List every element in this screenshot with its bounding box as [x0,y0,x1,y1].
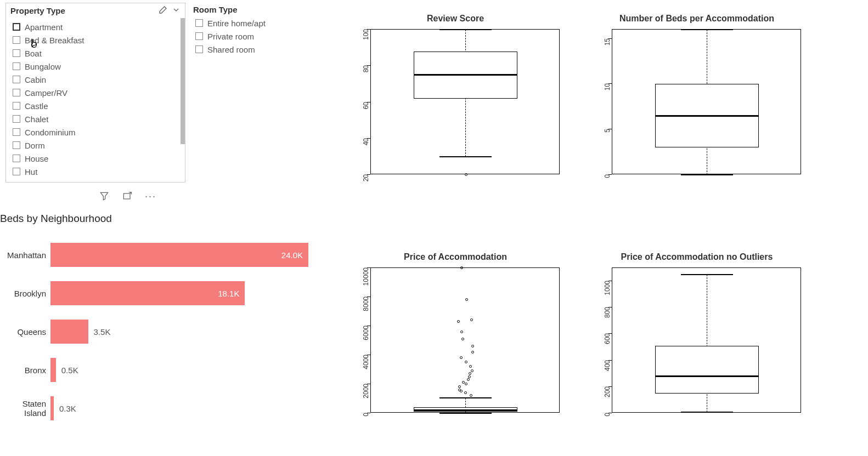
checkbox[interactable] [13,89,20,96]
slicer-item-label: Apartment [25,22,63,32]
checkbox[interactable] [195,32,203,40]
whisker-cap [681,412,733,413]
checkbox[interactable] [195,45,203,53]
bar-row: Bronx0.5K [0,351,318,389]
slicer-title: Room Type [193,3,325,16]
checkbox[interactable] [13,102,20,110]
y-tick-label: 100 [362,29,370,40]
slicer-item-label: Private room [207,32,254,41]
scrollbar[interactable] [181,18,185,144]
checkbox[interactable] [13,155,20,162]
slicer-item[interactable]: Dorm [10,139,181,152]
bar-fill[interactable]: 24.0K [50,243,308,267]
y-tick-label: 40 [362,138,370,145]
boxplot-frame [612,29,801,174]
boxplot-title: Review Score [346,14,565,24]
boxplot-price_of_accommodation: Price of Accommodation020004000600080001… [346,252,565,413]
bar-chart-beds-by-neighbourhood: Manhattan24.0KBrooklyn18.1KQueens3.5KBro… [0,236,318,428]
outlier-point [461,338,464,340]
slicer-item[interactable]: Camper/RV [10,86,181,99]
y-tick-label: 5 [604,129,611,133]
median-line [414,74,518,76]
slicer-item[interactable]: House [10,152,181,165]
boxplot-frame [612,267,801,413]
bar-row: Manhattan24.0K [0,236,318,274]
slicer-body[interactable]: ApartmentBed & BreakfastBoatBungalowCabi… [6,18,185,180]
bar-fill[interactable]: 0.5K [50,358,56,382]
slicer-item[interactable]: Hut [10,165,181,178]
slicer-item[interactable]: Bungalow [10,60,181,73]
y-tick-label: 6000 [362,326,370,340]
boxplot-review_score: Review Score20406080100 [346,14,565,174]
y-tick-label: 0 [362,413,370,417]
slicer-item-label: Bed & Breakfast [25,36,84,45]
focus-mode-icon[interactable] [122,191,133,204]
y-tick-label: 2000 [362,384,370,398]
outlier-point [471,369,474,372]
checkbox[interactable] [13,128,20,136]
slicer-item[interactable]: Condominium [10,126,181,139]
checkbox[interactable] [13,115,20,123]
checkbox[interactable] [13,62,20,70]
outlier-point [465,361,467,363]
slicer-item[interactable]: Lighthouse [10,178,181,180]
slicer-item[interactable]: Entire home/apt [193,16,325,30]
y-tick-label: 60 [362,102,370,109]
slicer-item-label: Camper/RV [25,88,67,98]
whisker-cap [681,29,733,30]
slicer-title: Property Type [10,6,65,15]
checkbox[interactable] [13,49,20,57]
outlier-point [467,378,470,381]
slicer-item[interactable]: Shared room [193,43,325,56]
bar-fill[interactable]: 18.1K [50,281,245,305]
filter-icon[interactable] [99,191,110,204]
slicer-item-label: House [25,154,48,163]
slicer-item-label: Chalet [25,115,48,124]
whisker-cap [681,174,733,175]
slicer-item[interactable]: Private room [193,30,325,43]
bar-category-label: Brooklyn [0,289,50,298]
slicer-body[interactable]: Entire home/aptPrivate roomShared room [193,16,325,56]
bar-fill[interactable]: 0.3K [50,396,54,420]
chevron-down-icon[interactable] [172,5,181,16]
slicer-item-label: Lighthouse [25,180,65,181]
outlier-point [460,356,463,359]
slicer-item-label: Hut [25,167,37,176]
y-tick-label: 200 [604,386,611,397]
checkbox[interactable] [13,36,20,44]
y-tick-label: 1000 [604,281,611,295]
checkbox[interactable] [13,168,20,175]
more-options-icon[interactable]: ··· [145,191,156,204]
bar-value-label: 3.5K [94,327,111,337]
slicer-item[interactable]: Boat [10,47,181,60]
checkbox[interactable] [195,19,203,27]
bar-category-label: Staten Island [0,399,50,418]
median-line [655,375,759,377]
outlier-point [457,320,460,323]
slicer-item-label: Castle [25,101,48,111]
bar-fill[interactable]: 3.5K [50,320,88,344]
checkbox[interactable] [13,23,20,31]
checkbox[interactable] [13,141,20,149]
slicer-item[interactable]: Cabin [10,73,181,86]
outlier-point [465,383,467,385]
slicer-item-label: Entire home/apt [207,19,266,28]
visual-toolbar: ··· [99,191,156,204]
outlier-point [460,266,463,269]
boxplot-title: Price of Accommodation [346,252,565,262]
bar-category-label: Queens [0,327,50,337]
boxplot-title: Price of Accommodation no Outliers [587,252,807,262]
bar-category-label: Bronx [0,366,50,375]
slicer-item-label: Bungalow [25,62,61,71]
bar-category-label: Manhattan [0,250,50,260]
bar-value-label: 24.0K [281,250,303,260]
outlier-point [465,173,467,176]
y-tick-label: 20 [362,174,370,181]
outlier-point [470,394,472,397]
checkbox[interactable] [13,76,20,83]
eraser-icon[interactable] [159,5,167,16]
slicer-item[interactable]: Bed & Breakfast [10,33,181,47]
slicer-item[interactable]: Apartment [10,20,181,33]
slicer-item[interactable]: Castle [10,99,181,112]
slicer-item[interactable]: Chalet [10,112,181,126]
